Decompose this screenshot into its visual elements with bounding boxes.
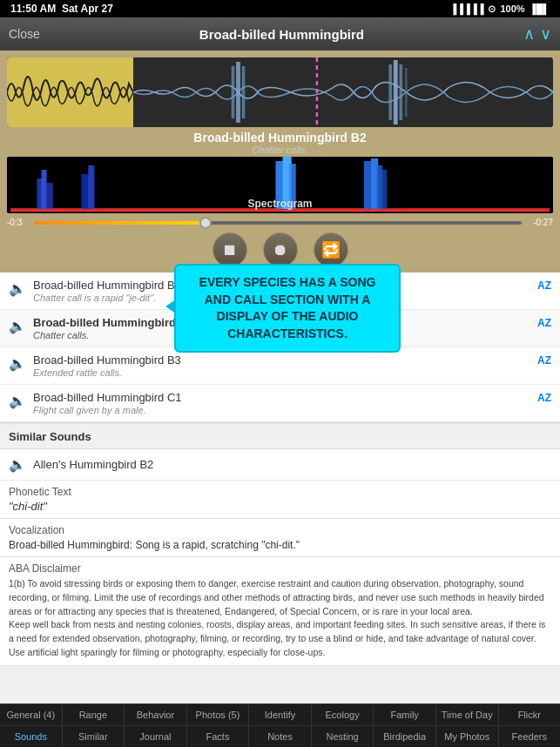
progress-thumb[interactable] — [199, 217, 212, 229]
nav-bar: Close Broad-billed Hummingbird ∧ ∨ — [0, 17, 560, 50]
disclaimer-text: 1(b) To avoid stressing birds or exposin… — [9, 577, 551, 660]
song-desc-c1: Flight call given by a male. — [33, 405, 551, 415]
status-time: 11:50 AM Sat Apr 27 — [10, 3, 113, 15]
song-name-b3: Broad-billed Hummingbird B3 — [33, 353, 551, 367]
nav-general[interactable]: General (4) — [0, 704, 63, 726]
nav-journal[interactable]: Journal — [125, 726, 187, 747]
nav-flickr[interactable]: Flickr — [499, 704, 561, 726]
time-right: -0:27 — [525, 218, 553, 227]
status-bar: 11:50 AM Sat Apr 27 ▐▐▐▐▐ ⊙ 100% ▐█▌ — [0, 0, 560, 17]
nav-family[interactable]: Family — [374, 704, 436, 726]
repeat-button[interactable]: 🔁 — [314, 232, 348, 267]
song-desc-b3: Extended rattle calls. — [33, 367, 551, 378]
nav-facts[interactable]: Facts — [187, 726, 250, 747]
progress-bar[interactable] — [35, 221, 522, 225]
phonetic-value: "chi-dit" — [0, 500, 560, 518]
speaker-icon-allens: 🔈 — [9, 456, 26, 473]
az-badge-b3[interactable]: AZ — [537, 354, 551, 367]
prev-arrow[interactable]: ∧ — [523, 24, 535, 44]
progress-fill — [35, 221, 206, 225]
az-badge-c1[interactable]: AZ — [537, 392, 551, 404]
bottom-nav: General (4) Range Behavior Photos (5) Id… — [0, 703, 560, 747]
nav-arrows: ∧ ∨ — [523, 24, 551, 44]
nav-similar[interactable]: Similar — [63, 726, 125, 747]
audio-section: Broad-billed Hummingbird B2 Chatter call… — [0, 50, 560, 273]
speaker-icon-c1: 🔈 — [9, 393, 26, 409]
nav-nesting[interactable]: Nesting — [312, 726, 374, 747]
nav-feeders[interactable]: Feeders — [499, 726, 561, 747]
speaker-icon-b3: 🔈 — [9, 355, 26, 372]
track-title: Broad-billed Hummingbird B2 — [7, 131, 553, 145]
song-item-c1[interactable]: 🔈 Broad-billed Hummingbird C1 Flight cal… — [0, 385, 560, 422]
similar-item-allens[interactable]: 🔈 Allen's Hummingbird B2 — [0, 449, 560, 481]
song-name-c1: Broad-billed Hummingbird C1 — [33, 391, 551, 404]
nav-range[interactable]: Range — [63, 704, 125, 726]
nav-myphotos[interactable]: My Photos — [436, 726, 499, 747]
bottom-nav-row1: General (4) Range Behavior Photos (5) Id… — [0, 704, 560, 726]
controls-row: -0:3 -0:27 — [7, 218, 553, 227]
record-button[interactable]: ⏺ — [263, 232, 298, 267]
track-subtitle: Chatter calls. — [7, 145, 553, 155]
nav-notes[interactable]: Notes — [249, 726, 312, 747]
battery-level: 100% — [500, 3, 524, 14]
nav-photos[interactable]: Photos (5) — [187, 704, 250, 726]
az-badge-b2[interactable]: AZ — [537, 317, 551, 329]
nav-behavior[interactable]: Behavior — [125, 704, 187, 726]
phonetic-section: Phonetic Text "chi-dit" — [0, 481, 560, 519]
nav-timeofday[interactable]: Time of Day — [436, 704, 499, 726]
bottom-spacer — [0, 666, 560, 683]
battery-icon: ▐█▌ — [530, 3, 550, 14]
nav-sounds[interactable]: Sounds — [0, 726, 63, 747]
vocalization-text: Broad-billed Hummingbird: Song is a rapi… — [9, 539, 551, 551]
similar-sounds-label: Similar Sounds — [9, 430, 91, 443]
vocalization-section: Vocalization Broad-billed Hummingbird: S… — [0, 519, 560, 557]
tooltip-arrow — [165, 299, 176, 313]
spectrogram-container: Spectrogram — [7, 157, 553, 213]
disclaimer-section: ABA Disclaimer 1(b) To avoid stressing b… — [0, 557, 560, 666]
vocalization-label: Vocalization — [9, 524, 551, 536]
tooltip-text: EVERY SPECIES HAS A SONG AND CALL SECTIO… — [199, 275, 376, 340]
song-info-c1: Broad-billed Hummingbird C1 Flight call … — [33, 391, 551, 415]
similar-name-allens: Allen's Hummingbird B2 — [33, 458, 153, 471]
wifi-icon: ⊙ — [488, 3, 496, 15]
waveform-yellow — [7, 57, 133, 127]
nav-identify[interactable]: Identify — [249, 704, 312, 726]
tooltip-box: EVERY SPECIES HAS A SONG AND CALL SECTIO… — [174, 264, 401, 353]
bottom-nav-row2: Sounds Similar Journal Facts Notes Nesti… — [0, 726, 560, 747]
nav-ecology[interactable]: Ecology — [312, 704, 374, 726]
status-right: ▐▐▐▐▐ ⊙ 100% ▐█▌ — [450, 3, 550, 15]
speaker-icon-b1: 🔈 — [9, 280, 26, 297]
track-info: Broad-billed Hummingbird B2 Chatter call… — [7, 131, 553, 155]
song-item-b3[interactable]: 🔈 Broad-billed Hummingbird B3 Extended r… — [0, 347, 560, 385]
next-arrow[interactable]: ∨ — [540, 24, 551, 44]
waveform-container[interactable] — [7, 57, 553, 127]
waveform-dark — [133, 57, 553, 127]
nav-title: Broad-billed Hummingbird — [199, 27, 364, 42]
signal-icon: ▐▐▐▐▐ — [450, 3, 484, 14]
similar-sounds-header: Similar Sounds — [0, 423, 560, 449]
ctrl-buttons: ⏹ ⏺ 🔁 — [7, 232, 553, 267]
speaker-icon-b2: 🔈 — [9, 318, 26, 334]
az-badge-b1[interactable]: AZ — [537, 279, 551, 292]
stop-button[interactable]: ⏹ — [213, 232, 247, 267]
spectrogram-label: Spectrogram — [7, 198, 553, 210]
close-button[interactable]: Close — [9, 27, 40, 41]
disclaimer-label: ABA Disclaimer — [9, 562, 551, 575]
phonetic-label: Phonetic Text — [0, 481, 560, 500]
nav-birdipedia[interactable]: Birdipedia — [374, 726, 436, 747]
song-info-b3: Broad-billed Hummingbird B3 Extended rat… — [33, 353, 551, 378]
time-left: -0:3 — [7, 218, 31, 227]
